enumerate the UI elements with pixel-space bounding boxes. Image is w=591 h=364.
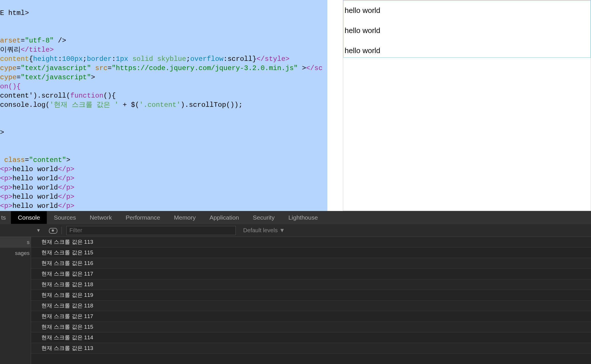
console-sidebar: s sages [0, 237, 31, 364]
separator [61, 227, 62, 234]
code-editor[interactable]: E html> arset="utf-8" /> 이쿼리</title> con… [0, 0, 327, 211]
context-dropdown-icon[interactable]: ▼ [36, 228, 41, 233]
code-value: "utf-8" [25, 37, 54, 44]
log-row: 현재 스크롤 값은 115 [31, 322, 591, 332]
preview-line: hello world [343, 1, 590, 21]
tab-lighthouse[interactable]: Lighthouse [281, 211, 325, 224]
tab-network[interactable]: Network [83, 211, 119, 224]
code-tag: </title> [21, 46, 54, 54]
sidebar-item-messages[interactable]: s [0, 237, 31, 248]
log-row: 현재 스크롤 값은 117 [31, 269, 591, 279]
preview-line: hello world [343, 41, 590, 58]
console-log[interactable]: 현재 스크롤 값은 113 현재 스크롤 값은 115 현재 스크롤 값은 11… [31, 237, 591, 364]
tab-performance[interactable]: Performance [119, 211, 167, 224]
log-row: 현재 스크롤 값은 113 [31, 343, 591, 354]
preview-line: hello world [343, 21, 590, 41]
tab-application[interactable]: Application [203, 211, 246, 224]
code-line: E html> [0, 9, 29, 17]
filter-input[interactable] [66, 226, 236, 235]
tab-memory[interactable]: Memory [167, 211, 203, 224]
eye-icon[interactable] [49, 228, 57, 233]
tab-console[interactable]: Console [11, 211, 47, 224]
top-split: E html> arset="utf-8" /> 이쿼리</title> con… [0, 0, 591, 211]
log-levels-dropdown[interactable]: Default levels ▼ [243, 227, 285, 234]
code-text: 이쿼리 [0, 46, 21, 54]
log-row: 현재 스크롤 값은 116 [31, 258, 591, 269]
code-attr: arset [0, 37, 21, 44]
log-row: 현재 스크롤 값은 118 [31, 279, 591, 290]
console-toolbar: ▼ Default levels ▼ [0, 224, 591, 237]
sidebar-item-usermessages[interactable]: sages [0, 248, 31, 259]
log-row: 현재 스크롤 값은 117 [31, 311, 591, 322]
pane-gap [327, 0, 343, 211]
tab-elements-partial[interactable]: ts [0, 211, 11, 224]
devtools-panel: ts Console Sources Network Performance M… [0, 211, 591, 364]
devtools-body: s sages 현재 스크롤 값은 113 현재 스크롤 값은 115 현재 스… [0, 237, 591, 364]
preview-pane: hello world hello world hello world [343, 0, 591, 211]
preview-content[interactable]: hello world hello world hello world [343, 0, 591, 58]
log-row: 현재 스크롤 값은 119 [31, 290, 591, 301]
log-row: 현재 스크롤 값은 114 [31, 332, 591, 343]
devtools-tabs: ts Console Sources Network Performance M… [0, 211, 591, 224]
log-row: 현재 스크롤 값은 118 [31, 301, 591, 311]
log-row: 현재 스크롤 값은 115 [31, 247, 591, 258]
tab-sources[interactable]: Sources [47, 211, 83, 224]
tab-security[interactable]: Security [246, 211, 281, 224]
log-row: 현재 스크롤 값은 113 [31, 237, 591, 247]
